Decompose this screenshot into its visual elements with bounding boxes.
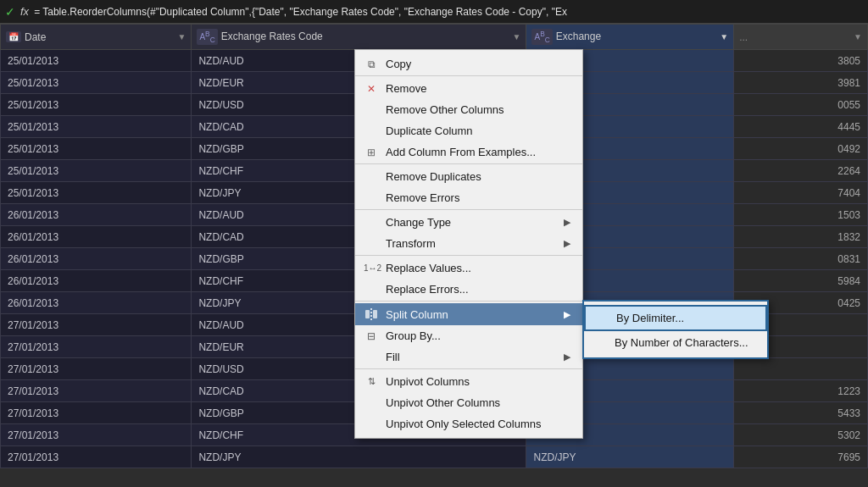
cell-num: 4445	[734, 116, 868, 138]
menu-item-remove-duplicates[interactable]: Remove Duplicates	[355, 166, 582, 187]
table-area: 📅 Date ▼ ABC Exchange Rates Code ▼	[0, 24, 868, 487]
formula-bar: ✓ fx = Table.ReorderColumns(#"Duplicated…	[0, 0, 868, 24]
cell-num: 0055	[734, 94, 868, 116]
col-header-date[interactable]: 📅 Date ▼	[1, 25, 192, 50]
cell-date: 27/01/2013	[1, 402, 192, 424]
change-type-submenu-arrow: ▶	[564, 217, 570, 228]
menu-item-replace-values[interactable]: 1↔2 Replace Values...	[355, 257, 582, 279]
cell-num: 3805	[734, 50, 868, 72]
cell-num: 5302	[734, 424, 868, 446]
menu-item-fill[interactable]: Fill ▶	[355, 346, 582, 369]
col-header-exr-copy[interactable]: ABC Exchange ▼	[526, 25, 734, 50]
split-column-icon	[364, 307, 379, 321]
menu-label-change-type: Change Type	[386, 216, 557, 229]
menu-item-duplicate-column[interactable]: Duplicate Column	[355, 120, 582, 141]
cell-num: 3981	[734, 72, 868, 94]
menu-label-unpivot-only-selected: Unpivot Only Selected Columns	[386, 418, 570, 430]
cell-date: 25/01/2013	[1, 182, 192, 204]
cell-num: 2264	[734, 160, 868, 182]
cell-exr-copy: NZD/JPY	[526, 446, 734, 468]
col-label-date: Date	[25, 31, 46, 43]
menu-item-transform[interactable]: Transform ▶	[355, 233, 582, 256]
copy-icon: ⧉	[364, 58, 379, 70]
cell-date: 26/01/2013	[1, 292, 192, 314]
cell-num: 1223	[734, 380, 868, 402]
menu-label-group-by: Group By...	[386, 329, 570, 342]
menu-item-split-column[interactable]: Split Column ▶ By Delimiter... By Number…	[355, 303, 582, 325]
menu-label-remove-errors: Remove Errors	[386, 191, 570, 204]
fill-submenu-arrow: ▶	[564, 351, 570, 362]
submenu-item-by-num-chars[interactable]: By Number of Characters...	[584, 331, 767, 354]
cell-date: 27/01/2013	[1, 358, 192, 380]
add-column-icon: ⊞	[364, 147, 379, 158]
cell-num: 7695	[734, 446, 868, 468]
menu-label-remove-other-columns: Remove Other Columns	[386, 103, 570, 116]
menu-item-change-type[interactable]: Change Type ▶	[355, 212, 582, 233]
menu-item-unpivot-only-selected[interactable]: Unpivot Only Selected Columns	[355, 413, 582, 434]
split-column-submenu: By Delimiter... By Number of Characters.…	[582, 300, 769, 359]
cell-date: 25/01/2013	[1, 138, 192, 160]
menu-label-transform: Transform	[386, 237, 557, 250]
transform-submenu-arrow: ▶	[564, 238, 570, 249]
group-by-icon: ⊟	[364, 330, 379, 342]
menu-label-duplicate-column: Duplicate Column	[386, 125, 570, 137]
menu-item-unpivot-other-columns[interactable]: Unpivot Other Columns	[355, 392, 582, 413]
menu-item-replace-errors[interactable]: Replace Errors...	[355, 279, 582, 302]
cell-date: 26/01/2013	[1, 226, 192, 248]
menu-item-copy[interactable]: ⧉ Copy	[355, 53, 582, 76]
menu-item-unpivot-columns[interactable]: ⇅ Unpivot Columns	[355, 371, 582, 392]
confirm-icon[interactable]: ✓	[5, 5, 15, 19]
menu-item-remove[interactable]: ✕ Remove	[355, 78, 582, 99]
filter-arrow-exr-copy[interactable]: ▼	[720, 32, 728, 42]
col-type-exr: ABC	[197, 29, 217, 45]
fx-label: fx	[20, 5, 29, 18]
menu-item-remove-errors[interactable]: Remove Errors	[355, 187, 582, 210]
cell-date: 27/01/2013	[1, 314, 192, 336]
cell-exr-code: NZD/JPY	[192, 446, 526, 468]
cell-date: 27/01/2013	[1, 336, 192, 358]
menu-label-remove-duplicates: Remove Duplicates	[386, 170, 570, 183]
submenu-label-by-delimiter: By Delimiter...	[616, 312, 684, 324]
menu-label-replace-values: Replace Values...	[386, 262, 570, 274]
menu-item-remove-other-columns[interactable]: Remove Other Columns	[355, 99, 582, 120]
svg-rect-1	[373, 310, 377, 318]
cell-num: 5433	[734, 402, 868, 424]
menu-label-split-column: Split Column	[386, 308, 557, 321]
menu-label-fill: Fill	[386, 351, 557, 363]
cell-date: 25/01/2013	[1, 94, 192, 116]
menu-item-group-by[interactable]: ⊟ Group By...	[355, 325, 582, 346]
svg-rect-0	[365, 310, 370, 318]
menu-item-add-column-examples[interactable]: ⊞ Add Column From Examples...	[355, 141, 582, 164]
cell-date: 27/01/2013	[1, 446, 192, 468]
filter-arrow-num[interactable]: ▼	[854, 32, 862, 42]
cell-date: 27/01/2013	[1, 380, 192, 402]
cell-date: 26/01/2013	[1, 248, 192, 270]
col-type-exr-copy: ABC	[531, 29, 552, 45]
cell-date: 25/01/2013	[1, 116, 192, 138]
cell-num	[734, 358, 868, 380]
formula-text: = Table.ReorderColumns(#"Duplicated Colu…	[34, 6, 863, 18]
cell-date: 26/01/2013	[1, 270, 192, 292]
cell-num: 5984	[734, 270, 868, 292]
cell-num: 1832	[734, 226, 868, 248]
col-header-num[interactable]: ... ▼	[734, 25, 868, 50]
split-column-submenu-arrow: ▶	[564, 309, 570, 320]
cell-date: 25/01/2013	[1, 50, 192, 72]
filter-arrow-exr[interactable]: ▼	[513, 32, 521, 42]
cell-num: 7404	[734, 182, 868, 204]
col-label-num: ...	[739, 31, 748, 43]
col-label-exr-copy: Exchange	[556, 30, 601, 42]
context-menu-overlay: ⧉ Copy ✕ Remove Remove Other Columns Dup…	[354, 49, 583, 439]
col-label-exr-code: Exchange Rates Code	[221, 30, 323, 42]
menu-label-unpivot-other-columns: Unpivot Other Columns	[386, 396, 570, 409]
cell-num: 0831	[734, 248, 868, 270]
col-header-exr-code[interactable]: ABC Exchange Rates Code ▼	[192, 25, 526, 50]
submenu-item-by-delimiter[interactable]: By Delimiter...	[584, 305, 767, 331]
remove-icon: ✕	[364, 83, 379, 95]
submenu-label-by-num-chars: By Number of Characters...	[615, 336, 748, 349]
replace-values-icon: 1↔2	[364, 263, 379, 273]
menu-label-remove: Remove	[386, 82, 570, 95]
filter-arrow-date[interactable]: ▼	[178, 32, 186, 42]
menu-label-unpivot-columns: Unpivot Columns	[386, 375, 570, 388]
unpivot-icon: ⇅	[364, 376, 379, 387]
